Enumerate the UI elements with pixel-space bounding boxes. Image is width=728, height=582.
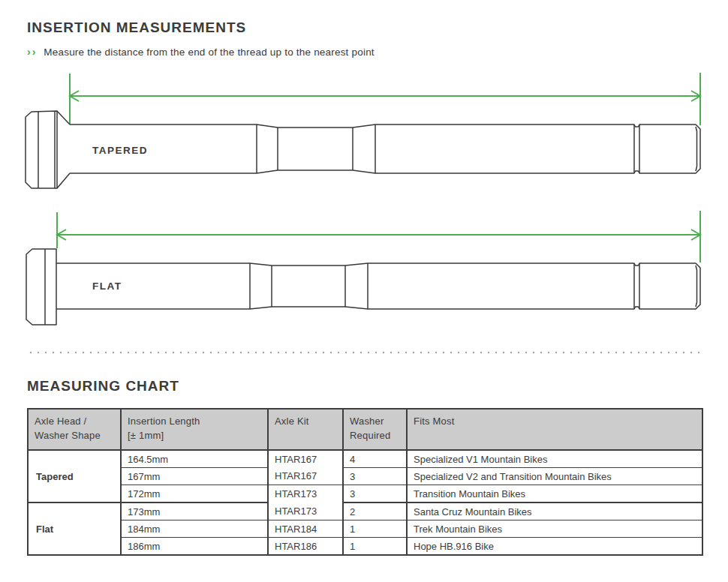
cell-kit: HTAR186 — [268, 538, 343, 556]
axle-head — [26, 111, 57, 188]
col-header-shape: Axle Head / Washer Shape — [28, 409, 121, 450]
col-header-fits: Fits Most — [407, 409, 702, 450]
cell-fits: Specialized V1 Mountain Bikes — [407, 450, 702, 468]
cell-length: 173mm — [121, 502, 268, 520]
table-row: 184mm HTAR184 1 Trek Mountain Bikes — [28, 520, 702, 538]
page: INSERTION MEASUREMENTS ›› Measure the di… — [0, 0, 728, 582]
table-row: 186mm HTAR186 1 Hope HB.916 Bike — [28, 538, 702, 556]
cell-washers: 1 — [343, 520, 407, 538]
cell-length: 186mm — [121, 538, 268, 556]
double-chevron-icon: ›› — [27, 46, 37, 58]
axle-outline — [26, 249, 700, 325]
cell-length: 167mm — [121, 468, 268, 485]
table-row: 172mm HTAR173 3 Transition Mountain Bike… — [28, 485, 702, 503]
cell-shape-flat: Flat — [28, 502, 121, 555]
cell-shape-tapered: Tapered — [28, 450, 121, 502]
page-title: INSERTION MEASUREMENTS — [27, 20, 246, 36]
cell-length: 184mm — [121, 520, 268, 538]
subtitle: ›› Measure the distance from the end of … — [27, 46, 375, 58]
cell-fits: Transition Mountain Bikes — [407, 485, 702, 503]
measuring-chart-table: Axle Head / Washer Shape Insertion Lengt… — [27, 408, 703, 556]
cell-kit: HTAR173 — [268, 485, 343, 503]
cell-length: 164.5mm — [121, 450, 268, 468]
col-header-kit: Axle Kit — [268, 409, 343, 450]
subtitle-text: Measure the distance from the end of the… — [44, 46, 374, 58]
axle-head — [26, 249, 56, 325]
cell-kit: HTAR173 — [268, 502, 343, 520]
flat-axle-diagram: FLAT — [0, 204, 728, 335]
cell-washers: 3 — [343, 485, 407, 503]
cell-washers: 4 — [343, 450, 407, 468]
cell-fits: Hope HB.916 Bike — [407, 538, 702, 556]
header-row: Axle Head / Washer Shape Insertion Lengt… — [28, 409, 702, 450]
dimension-arrow — [57, 211, 700, 262]
cell-kit: HTAR167 — [268, 450, 343, 468]
col-header-washer: Washer Required — [343, 409, 407, 450]
cell-fits: Trek Mountain Bikes — [407, 520, 702, 538]
table-row: Flat 173mm HTAR173 2 Santa Cruz Mountain… — [28, 502, 702, 520]
cell-length: 172mm — [121, 485, 268, 503]
dotted-separator — [27, 351, 702, 354]
axle-label-flat: FLAT — [92, 280, 122, 292]
thread-chamfer — [696, 266, 697, 307]
table-row: Tapered 164.5mm HTAR167 4 Specialized V1… — [28, 450, 702, 468]
cell-kit: HTAR184 — [268, 520, 343, 538]
section-title: MEASURING CHART — [27, 378, 179, 394]
cell-fits: Specialized V2 and Transition Mountain B… — [407, 468, 702, 485]
axle-label-tapered: TAPERED — [92, 145, 148, 156]
cell-fits: Santa Cruz Mountain Bikes — [407, 502, 702, 520]
cell-washers: 3 — [343, 468, 407, 485]
cell-washers: 1 — [343, 538, 407, 556]
thread-chamfer — [696, 127, 697, 171]
table-row: 167mm HTAR167 3 Specialized V2 and Trans… — [28, 468, 702, 485]
col-header-length: Insertion Length [± 1mm] — [121, 409, 268, 450]
cell-kit: HTAR167 — [268, 468, 343, 485]
cell-washers: 2 — [343, 502, 407, 520]
tapered-axle-diagram: TAPERED — [0, 68, 728, 199]
dimension-arrow — [70, 73, 700, 125]
